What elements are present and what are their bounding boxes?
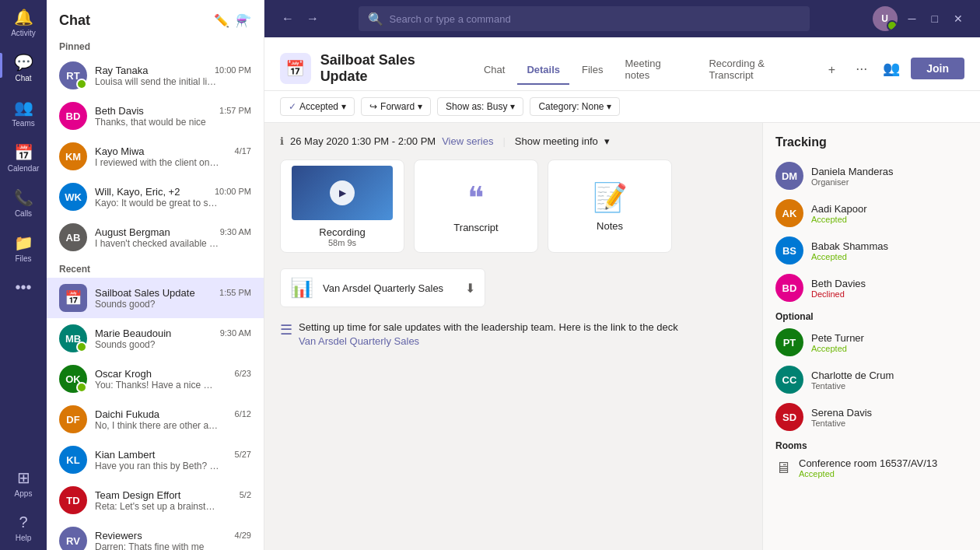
filter-icon[interactable]: ⚗️ — [236, 13, 251, 28]
sidebar-item-apps[interactable]: ⊞ Apps — [0, 461, 47, 506]
chat-item-sailboat[interactable]: 📅 Sailboat Sales Update 1:55 PM Sounds g… — [47, 278, 264, 318]
cards-row: ▶ Recording 58m 9s ❝ Transcript 📝 Notes — [280, 159, 747, 253]
sidebar-item-help[interactable]: ? Help — [0, 506, 47, 550]
message-row: ☰ Setting up time for sale updates with … — [280, 320, 747, 347]
avatar: BD — [775, 274, 803, 302]
add-tab-button[interactable]: + — [822, 55, 842, 85]
avatar: RT — [59, 61, 87, 89]
accepted-button[interactable]: ✓ Accepted ▾ — [280, 97, 355, 116]
sidebar-item-activity[interactable]: 🔔 Activity — [0, 0, 47, 45]
chat-name: Marie Beaudouin — [95, 328, 171, 339]
meeting-title: Sailboat Sales Update — [320, 52, 465, 85]
chat-time: 6/12 — [235, 409, 251, 419]
people-icon[interactable]: 👥 — [878, 57, 905, 80]
attendee-name: Babak Shammas — [811, 240, 968, 252]
sidebar-item-more[interactable]: ••• — [0, 271, 47, 304]
chat-item-reviewers[interactable]: RV Reviewers 4/29 Darren: Thats fine wit… — [47, 520, 264, 550]
chevron-down-icon: ▾ — [510, 101, 515, 112]
chat-item-ray-tanaka[interactable]: RT Ray Tanaka 10:00 PM Louisa will send … — [47, 55, 264, 96]
chevron-down-icon: ▾ — [604, 135, 610, 147]
play-button[interactable]: ▶ — [330, 180, 355, 205]
avatar: TD — [59, 486, 87, 514]
info-icon: ℹ — [280, 135, 284, 147]
chat-time: 9:30 AM — [220, 328, 251, 338]
chat-name: Will, Kayo, Eric, +2 — [95, 186, 180, 198]
accepted-label: Accepted — [299, 101, 338, 112]
chat-item-august-bergman[interactable]: AB August Bergman 9:30 AM I haven't chec… — [47, 217, 264, 257]
join-button[interactable]: Join — [911, 58, 964, 79]
chat-name: Oscar Krogh — [95, 368, 152, 380]
recording-card[interactable]: ▶ Recording 58m 9s — [280, 159, 404, 253]
chat-preview: Louisa will send the initial list of att… — [95, 76, 219, 87]
sidebar-item-teams[interactable]: 👥 Teams — [0, 90, 47, 135]
chat-item-daichi[interactable]: DF Daichi Fukuda 6/12 No, I think there … — [47, 399, 264, 440]
avatar: SD — [775, 403, 803, 431]
tracking-title: Tracking — [775, 135, 968, 149]
teams-icon: 👥 — [14, 98, 33, 117]
sidebar-item-files[interactable]: 📁 Files — [0, 226, 47, 271]
view-series-link[interactable]: View series — [442, 135, 493, 147]
chat-preview: Sounds good? — [95, 299, 219, 310]
tab-recording[interactable]: Recording & Transcript — [699, 50, 818, 90]
attendee-babak: BS Babak Shammas Accepted — [775, 236, 968, 264]
chat-item-team-design[interactable]: TD Team Design Effort 5/2 Reta: Let's se… — [47, 480, 264, 520]
show-meeting-info-button[interactable]: Show meeting info — [515, 135, 598, 147]
forward-icon: ↪ — [369, 101, 377, 112]
chat-item-kian[interactable]: KL Kian Lambert 5/27 Have you ran this b… — [47, 440, 264, 480]
notes-card[interactable]: 📝 Notes — [548, 159, 672, 253]
chat-item-marie[interactable]: MB Marie Beaudouin 9:30 AM Sounds good? — [47, 318, 264, 359]
tab-details[interactable]: Details — [517, 56, 569, 85]
user-avatar[interactable]: U — [873, 6, 898, 31]
maximize-button[interactable]: □ — [927, 12, 943, 25]
chat-item-oscar[interactable]: OK Oscar Krogh 6/23 You: Thanks! Have a … — [47, 359, 264, 399]
recording-thumbnail: ▶ — [292, 166, 393, 220]
back-button[interactable]: ← — [277, 8, 299, 30]
tab-chat[interactable]: Chat — [474, 56, 514, 85]
tab-meeting-notes[interactable]: Meeting notes — [615, 50, 696, 90]
more-options-button[interactable]: ··· — [851, 58, 872, 80]
chat-name: Ray Tanaka — [95, 65, 148, 76]
chat-preview: Darren: Thats fine with me — [95, 541, 219, 551]
toolbar-row: ✓ Accepted ▾ ↪ Forward ▾ Show as: Busy ▾… — [264, 91, 980, 123]
help-icon: ? — [19, 513, 27, 531]
message-link[interactable]: Van Arsdel Quarterly Sales — [299, 335, 678, 347]
show-as-button[interactable]: Show as: Busy ▾ — [437, 97, 523, 116]
chat-preview: I haven't checked available times yet — [95, 238, 219, 249]
search-bar: 🔍 — [359, 6, 810, 31]
attendee-status: Accepted — [811, 215, 968, 224]
pinned-section-label: Pinned — [47, 35, 264, 55]
chat-time: 10:00 PM — [215, 65, 251, 75]
close-button[interactable]: ✕ — [949, 12, 968, 25]
meeting-title-row: 📅 Sailboat Sales Update Chat Details Fil… — [280, 37, 964, 90]
chat-name: Team Design Effort — [95, 489, 180, 501]
transcript-card[interactable]: ❝ Transcript — [414, 159, 538, 253]
chat-preview: You: Thanks! Have a nice weekend — [95, 380, 219, 391]
attendee-name: Serena Davis — [811, 407, 968, 419]
chat-item-kayo-miwa[interactable]: KM Kayo Miwa 4/17 I reviewed with the cl… — [47, 136, 264, 177]
chat-item-group[interactable]: WK Will, Kayo, Eric, +2 10:00 PM Kayo: I… — [47, 177, 264, 217]
chat-time: 4/17 — [235, 146, 251, 156]
download-icon[interactable]: ⬇ — [465, 281, 475, 296]
chat-time: 5/27 — [235, 450, 251, 459]
attendee-status: Accepted — [811, 344, 968, 353]
chat-item-beth-davis[interactable]: BD Beth Davis 1:57 PM Thanks, that would… — [47, 96, 264, 136]
room-status: Accepted — [799, 469, 937, 478]
tab-files[interactable]: Files — [572, 56, 612, 85]
attendee-status: Tentative — [811, 381, 968, 391]
new-chat-icon[interactable]: ✏️ — [214, 13, 229, 28]
chat-name: Beth Davis — [95, 105, 144, 117]
avatar: BS — [775, 236, 803, 264]
chat-preview: Sounds good? — [95, 339, 219, 350]
sidebar-item-calls[interactable]: 📞 Calls — [0, 180, 47, 226]
forward-button[interactable]: ↪ Forward ▾ — [361, 97, 431, 116]
main-content: ← → 🔍 U ─ □ ✕ 📅 Sailboat Sales Update Ch… — [264, 0, 980, 550]
forward-button[interactable]: → — [302, 8, 324, 30]
chat-list-header: Chat ✏️ ⚗️ — [47, 0, 264, 35]
minimize-button[interactable]: ─ — [904, 12, 921, 25]
sidebar-item-calendar[interactable]: 📅 Calendar — [0, 135, 47, 180]
main-panel: ℹ 26 May 2020 1:30 PM - 2:00 PM View ser… — [264, 123, 762, 550]
meeting-header: 📅 Sailboat Sales Update Chat Details Fil… — [264, 37, 980, 91]
sidebar-item-chat[interactable]: 💬 Chat — [0, 45, 47, 90]
category-button[interactable]: Category: None ▾ — [530, 97, 620, 116]
search-input[interactable] — [390, 13, 800, 25]
